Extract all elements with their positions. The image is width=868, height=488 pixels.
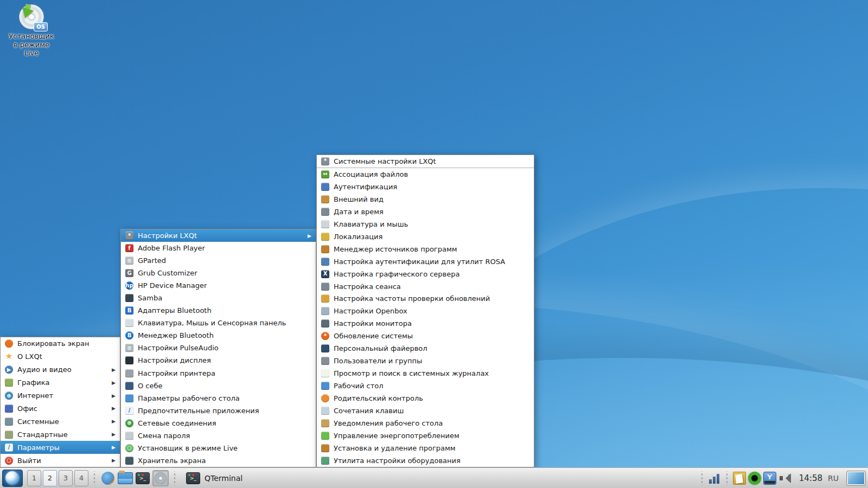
menu-item[interactable]: B Адаптеры Bluetooth ▶ <box>121 304 316 317</box>
main-menu: Блокировать экран ▶ ★ О LXQt ▶ ▶ Аудио и… <box>0 337 120 467</box>
workspace-button[interactable]: 4 <box>74 470 88 486</box>
date-time-icon <box>321 208 329 216</box>
menu-item[interactable]: X Настройка графического сервера <box>317 268 534 280</box>
menu-item[interactable]: Просмотр и поиск в системных журналах <box>317 367 534 380</box>
menu-item-label: Настройки Openbox <box>334 307 407 315</box>
clipboard-icon[interactable] <box>733 472 746 485</box>
menu-item[interactable]: * Системные настройки LXQt <box>317 155 534 168</box>
lxqt-config-launcher[interactable] <box>152 470 169 486</box>
workspace-button[interactable]: 2 <box>43 470 57 486</box>
menu-item[interactable]: Параметры рабочего стола ▶ <box>121 392 316 404</box>
live-installer-icon: ○ <box>125 444 133 452</box>
menu-item[interactable]: Установка и удаление программ <box>317 442 534 454</box>
menu-item[interactable]: Управление энергопотреблением <box>317 429 534 442</box>
session-settings-icon <box>321 282 329 291</box>
menu-item[interactable]: Утилита настройки оборудования <box>317 454 534 467</box>
task-button-qterminal[interactable]: >_ QTerminal <box>181 470 248 486</box>
recorder-status-icon[interactable] <box>748 472 761 485</box>
menu-item[interactable]: ★ О LXQt ▶ <box>1 350 120 363</box>
menu-item[interactable]: Персональный файервол <box>317 342 534 355</box>
menu-item[interactable]: Настройка аутентификации для утилит ROSA <box>317 255 534 268</box>
menu-item-label: HP Device Manager <box>138 281 207 290</box>
menu-item[interactable]: f Adobe Flash Player ▶ <box>121 242 316 254</box>
settings-submenu: * Настройки LXQt ▶ f Adobe Flash Player … <box>120 229 316 467</box>
menu-item[interactable]: Родительский контроль <box>317 392 534 404</box>
volume-icon[interactable]: ) <box>778 472 792 485</box>
menu-item[interactable]: Клавиатура, Мышь и Сенсорная панель ▶ <box>121 317 316 329</box>
menu-item[interactable]: ≡ Настройки PulseAudio ▶ <box>121 342 316 354</box>
menu-item[interactable]: / Предпочтительные приложения ▶ <box>121 404 316 417</box>
workspace-button[interactable]: 1 <box>27 470 41 486</box>
openbox-settings-icon <box>321 307 329 315</box>
menu-item[interactable]: О себе ▶ <box>121 380 316 392</box>
menu-item[interactable]: Настройки монитора <box>317 317 534 330</box>
terminal-icon: >_ <box>136 472 150 484</box>
submenu-arrow-icon: ▶ <box>308 233 311 239</box>
menu-item[interactable]: ↔ Ассоциация файлов <box>317 168 534 181</box>
menu-item[interactable]: Аутентификация <box>317 181 534 193</box>
removable-media-icon[interactable] <box>763 472 776 485</box>
menu-item[interactable]: Хранитель экрана ▶ <box>121 454 316 467</box>
terminal-launcher[interactable]: >_ <box>135 471 150 486</box>
menu-item[interactable]: ○ Выйти ▶ <box>1 454 120 467</box>
firewall-icon <box>321 344 329 352</box>
menu-item-label: Настройки LXQt <box>138 232 197 240</box>
menu-item[interactable]: Дата и время <box>317 206 534 218</box>
workspace-switcher: 1 2 3 4 <box>27 470 88 486</box>
menu-item[interactable]: Samba ▶ <box>121 292 316 304</box>
menu-item[interactable]: ⊕ Интернет ▶ <box>1 389 120 402</box>
menu-item[interactable]: Настройка частоты проверки обновлений <box>317 292 534 305</box>
file-manager-launcher[interactable] <box>118 471 133 486</box>
menu-item[interactable]: Офис ▶ <box>1 402 120 415</box>
menu-item[interactable]: Менеджер источников программ <box>317 243 534 255</box>
menu-item[interactable]: Блокировать экран ▶ <box>1 337 120 350</box>
menu-item-label: Системные настройки LXQt <box>334 157 436 165</box>
menu-item-label: Интернет <box>17 391 53 400</box>
submenu-arrow-icon: ▶ <box>112 367 116 373</box>
menu-item[interactable]: Стандартные ▶ <box>1 428 120 441</box>
menu-item[interactable]: Клавиатура и мышь <box>317 218 534 230</box>
menu-item[interactable]: Графика ▶ <box>1 376 120 389</box>
desktop-icon-live-installer[interactable]: OS Установщик в режиме Live <box>7 4 56 57</box>
show-desktop-button[interactable] <box>846 471 866 486</box>
network-signal-icon[interactable] <box>708 472 721 485</box>
menu-item[interactable]: Уведомления рабочего стола <box>317 417 534 429</box>
gear-icon <box>155 472 167 484</box>
workspace-button[interactable]: 3 <box>59 470 73 486</box>
menu-item[interactable]: B Менеджер Bluetooth ▶ <box>121 329 316 342</box>
menu-item-label: Настройка графического сервера <box>334 270 460 278</box>
clock[interactable]: 14:58 <box>799 473 822 483</box>
menu-item[interactable]: ○ Установщик в режиме Live ▶ <box>121 442 316 454</box>
menu-item-label: Настройка аутентификации для утилит ROSA <box>334 258 505 266</box>
menu-item[interactable]: Локализация <box>317 230 534 243</box>
menu-item[interactable]: Настройки дисплея ▶ <box>121 354 316 367</box>
menu-item-label: Настройки монитора <box>334 319 412 328</box>
menu-item[interactable]: ⊕ Сетевые соединения ▶ <box>121 417 316 429</box>
menu-item[interactable]: Пользователи и группы <box>317 355 534 367</box>
menu-item[interactable]: G Grub Customizer ▶ <box>121 267 316 279</box>
menu-item[interactable]: Настройки принтера ▶ <box>121 367 316 380</box>
desktop-notifications-icon <box>321 419 329 427</box>
menu-item[interactable]: Смена пароля ▶ <box>121 429 316 442</box>
menu-item[interactable]: * Настройки LXQt ▶ <box>121 229 316 242</box>
menu-item[interactable]: * Обновление системы <box>317 330 534 342</box>
menu-item[interactable]: Рабочий стол <box>317 380 534 392</box>
keyboard-layout-indicator[interactable]: RU <box>828 474 839 483</box>
menu-item-label: Установщик в режиме Live <box>138 444 238 452</box>
hardware-config-icon <box>321 457 329 465</box>
menu-item[interactable]: ≡ GParted ▶ <box>121 254 316 267</box>
menu-item[interactable]: Внешний вид <box>317 193 534 206</box>
menu-item[interactable]: Настройка сеанса <box>317 280 534 293</box>
menu-item[interactable]: Настройки Openbox <box>317 305 534 317</box>
menu-item[interactable]: Системные ▶ <box>1 415 120 428</box>
menu-item[interactable]: hp HP Device Manager ▶ <box>121 279 316 292</box>
menu-item[interactable]: / Параметры ▶ <box>1 441 120 454</box>
start-menu-button[interactable] <box>2 470 23 487</box>
menu-item[interactable]: ▶ Аудио и видео ▶ <box>1 363 120 376</box>
menu-item-label: Уведомления рабочего стола <box>334 419 443 427</box>
submenu-arrow-icon: ▶ <box>112 419 116 424</box>
menu-item[interactable]: Сочетания клавиш <box>317 404 534 417</box>
internet-icon: ⊕ <box>5 391 13 400</box>
firefox-launcher[interactable] <box>100 471 116 486</box>
menu-item-label: Менеджер Bluetooth <box>138 331 214 339</box>
